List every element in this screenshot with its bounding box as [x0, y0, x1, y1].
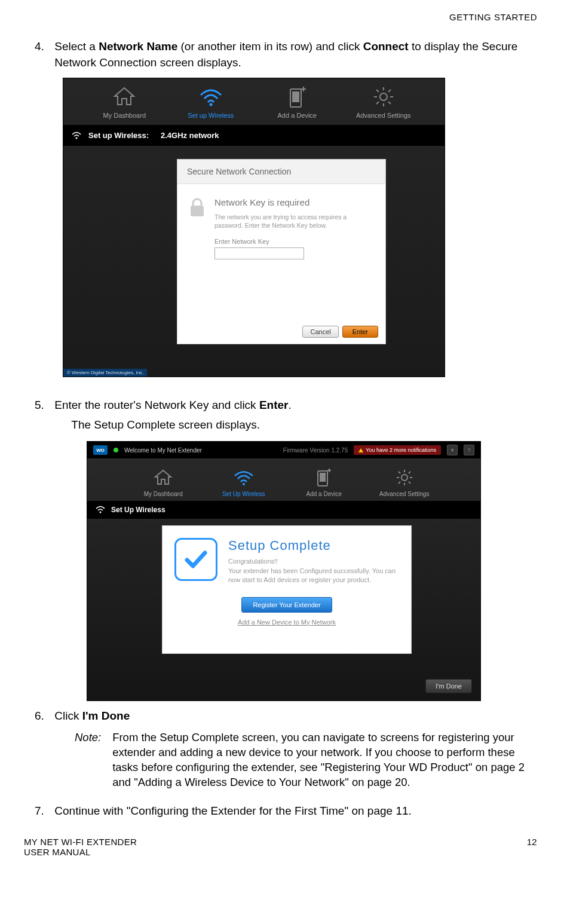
step-6-text: Click I'm Done [54, 708, 526, 724]
step-5-text: Enter the router's Network Key and click… [54, 397, 526, 433]
step-6: 6. Click I'm Done [35, 708, 537, 724]
wd-logo: WD [93, 445, 108, 455]
im-done-button[interactable]: I'm Done [425, 679, 472, 693]
step-5-sub: The Setup Complete screen displays. [71, 417, 526, 433]
lock-icon [188, 197, 206, 218]
nav2-dashboard[interactable]: My Dashboard [130, 468, 196, 497]
section-header: GETTING STARTED [24, 12, 537, 22]
screenshot-setup-complete: WD Welcome to My Net Extender Firmware V… [87, 441, 481, 701]
wifi-icon [198, 85, 224, 108]
note-block: Note: From the Setup Complete screen, yo… [75, 730, 537, 790]
secure-connection-panel: Secure Network Connection Network Key is… [177, 159, 386, 344]
cancel-button[interactable]: Cancel [302, 326, 338, 338]
step-4-number: 4. [35, 39, 51, 55]
wifi-small-icon [96, 506, 105, 514]
checkmark-icon [174, 538, 217, 581]
page-footer: MY NET WI-FI EXTENDER USER MANUAL 12 [24, 837, 537, 857]
welcome-text: Welcome to My Net Extender [124, 447, 202, 454]
nav2-advanced[interactable]: Advanced Settings [372, 468, 437, 497]
home-icon [152, 468, 174, 487]
svg-point-3 [380, 93, 387, 100]
setup-complete-body: Your extender has been Configured succes… [228, 567, 396, 583]
congrats-text: Congratulations!! [228, 558, 278, 565]
setup-complete-panel: Setup Complete Congratulations!! Your ex… [162, 525, 412, 654]
panel-desc: The network you are trying to access req… [214, 213, 375, 230]
add-device-icon [312, 468, 335, 487]
nav-wireless[interactable]: Set up Wireless [175, 85, 247, 119]
status-dot-icon [114, 448, 118, 452]
add-device-link[interactable]: Add a New Device to My Network [174, 619, 399, 626]
svg-rect-2 [292, 91, 299, 102]
screenshot-secure-network: My Dashboard Set up Wireless Add a Devic… [63, 78, 445, 377]
step-7-text: Continue with "Configuring the Extender … [54, 803, 526, 819]
dropdown-toggle[interactable]: ▾ [447, 445, 458, 455]
notification-badge[interactable]: You have 2 more notifications [354, 445, 441, 455]
step-5: 5. Enter the router's Network Key and cl… [35, 397, 537, 433]
footer-product: MY NET WI-FI EXTENDER [24, 837, 137, 847]
network-key-label: Enter Network Key [214, 238, 375, 245]
help-button[interactable]: ? [464, 445, 474, 455]
nav-tabs: My Dashboard Set up Wireless Add a Devic… [63, 78, 444, 121]
step-4: 4. Select a Network Name (or another ite… [35, 39, 537, 71]
step-7-number: 7. [35, 803, 51, 819]
svg-point-6 [243, 483, 245, 485]
note-body: From the Setup Complete screen, you can … [112, 730, 531, 790]
nav-advanced[interactable]: Advanced Settings [348, 85, 419, 119]
setup-complete-title: Setup Complete [228, 538, 399, 553]
page-number: 12 [527, 837, 537, 857]
nav2-wireless[interactable]: Set Up Wireless [211, 468, 277, 497]
step-7: 7. Continue with "Configuring the Extend… [35, 803, 537, 819]
enter-button[interactable]: Enter [342, 326, 378, 338]
step-5-number: 5. [35, 397, 51, 414]
panel-title: Secure Network Connection [177, 160, 385, 184]
footer-manual: USER MANUAL [24, 847, 137, 857]
home-icon [111, 85, 137, 108]
svg-rect-8 [320, 473, 326, 482]
step-4-text: Select a Network Name (or another item i… [54, 39, 526, 71]
wireless-bar: Set up Wireless: 2.4GHz network [63, 125, 444, 146]
panel-heading: Network Key is required [214, 197, 375, 207]
gear-icon [393, 468, 416, 487]
copyright: © Western Digital Technologies, Inc. [63, 369, 147, 377]
firmware-version: Firmware Version 1.2.75 [283, 447, 348, 454]
alert-icon [358, 448, 363, 452]
nav-tabs-2: My Dashboard Set Up Wireless Add a Devic… [87, 458, 480, 501]
svg-point-10 [100, 512, 102, 513]
svg-point-4 [76, 137, 78, 139]
network-key-input[interactable] [214, 247, 304, 259]
nav-add-device[interactable]: Add a Device [261, 85, 333, 119]
note-label: Note: [75, 730, 109, 745]
add-device-icon [284, 85, 310, 108]
gear-icon [370, 85, 397, 108]
step-6-number: 6. [35, 708, 51, 724]
nav-dashboard[interactable]: My Dashboard [88, 85, 160, 119]
wireless-bar-2: Set Up Wireless [87, 501, 480, 519]
svg-point-0 [209, 103, 212, 106]
top-bar: WD Welcome to My Net Extender Firmware V… [87, 442, 480, 458]
register-extender-button[interactable]: Register Your Extender [241, 597, 332, 613]
nav2-add-device[interactable]: Add a Device [291, 468, 357, 497]
wifi-icon [232, 468, 255, 487]
wifi-small-icon [72, 131, 81, 140]
svg-point-9 [401, 475, 407, 481]
svg-rect-5 [191, 206, 204, 216]
